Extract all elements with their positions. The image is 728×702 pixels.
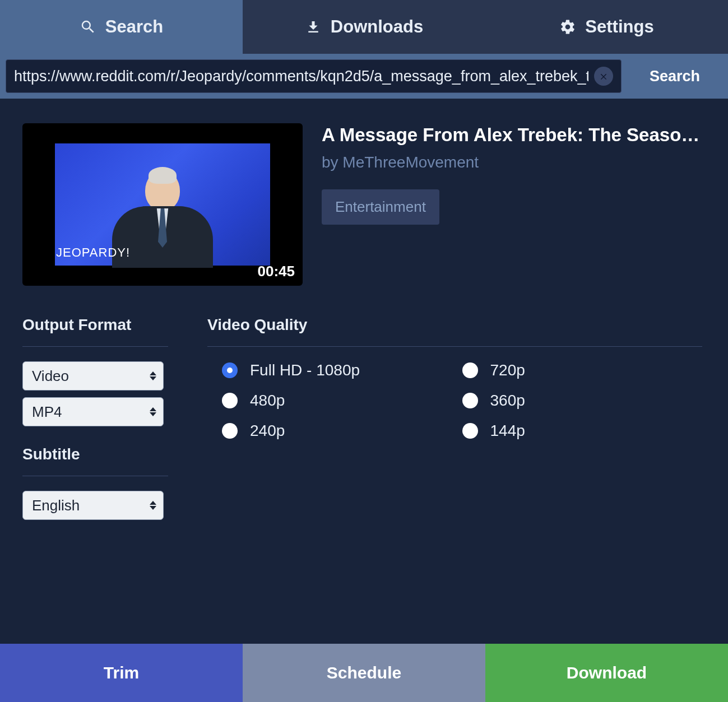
clear-url-button[interactable] xyxy=(594,67,613,86)
search-button[interactable]: Search xyxy=(622,59,728,93)
select-arrows-icon xyxy=(150,407,156,416)
quality-option-1080p[interactable]: Full HD - 1080p xyxy=(222,361,462,379)
top-tabs: Search Downloads Settings xyxy=(0,0,728,54)
select-arrows-icon xyxy=(150,501,156,510)
thumbnail-overlay-logo: JEOPARDY! xyxy=(56,245,130,260)
radio-dot-icon xyxy=(222,362,238,378)
download-button[interactable]: Download xyxy=(485,644,728,702)
video-header: JEOPARDY! 00:45 A Message From Alex Treb… xyxy=(22,123,702,286)
video-category-tag[interactable]: Entertainment xyxy=(322,189,439,225)
radio-dot-icon xyxy=(222,393,238,408)
quality-option-480p[interactable]: 480p xyxy=(222,392,462,410)
output-format-heading: Output Format xyxy=(22,316,168,347)
video-metadata: A Message From Alex Trebek: The Season o… xyxy=(322,123,702,286)
schedule-button[interactable]: Schedule xyxy=(243,644,485,702)
video-thumbnail[interactable]: JEOPARDY! 00:45 xyxy=(22,123,303,286)
gear-icon xyxy=(559,18,576,35)
subtitle-heading: Subtitle xyxy=(22,445,168,476)
output-type-value: Video xyxy=(32,368,69,385)
subtitle-select[interactable]: English xyxy=(22,491,164,520)
url-input[interactable] xyxy=(14,68,588,85)
tab-settings[interactable]: Settings xyxy=(485,0,728,54)
select-arrows-icon xyxy=(150,371,156,380)
tab-search-label: Search xyxy=(105,17,163,37)
output-format-column: Output Format Video MP4 Subtitle English xyxy=(22,316,168,527)
search-icon xyxy=(80,18,96,35)
url-input-container xyxy=(6,59,622,93)
trim-button[interactable]: Trim xyxy=(0,644,243,702)
tab-search[interactable]: Search xyxy=(0,0,243,54)
download-icon xyxy=(305,18,322,35)
subtitle-value: English xyxy=(32,497,80,514)
quality-option-360p[interactable]: 360p xyxy=(462,392,703,410)
output-type-select[interactable]: Video xyxy=(22,361,164,390)
url-bar: Search xyxy=(0,54,728,99)
bottom-action-bar: Trim Schedule Download xyxy=(0,644,728,702)
quality-label: 480p xyxy=(250,392,285,410)
tab-settings-label: Settings xyxy=(585,17,653,37)
video-duration: 00:45 xyxy=(258,263,295,280)
output-container-value: MP4 xyxy=(32,403,62,421)
tab-downloads-label: Downloads xyxy=(331,17,423,37)
radio-dot-icon xyxy=(222,423,238,439)
video-quality-heading: Video Quality xyxy=(207,316,702,347)
radio-dot-icon xyxy=(462,393,478,408)
quality-option-240p[interactable]: 240p xyxy=(222,422,462,440)
close-icon xyxy=(599,72,608,81)
output-container-select[interactable]: MP4 xyxy=(22,397,164,426)
quality-options: Full HD - 1080p 720p 480p 360p 240p xyxy=(207,361,702,440)
quality-option-720p[interactable]: 720p xyxy=(462,361,703,379)
quality-label: Full HD - 1080p xyxy=(250,361,360,379)
quality-option-144p[interactable]: 144p xyxy=(462,422,703,440)
quality-label: 720p xyxy=(490,361,525,379)
settings-panel: Output Format Video MP4 Subtitle English… xyxy=(22,316,702,527)
tab-downloads[interactable]: Downloads xyxy=(243,0,485,54)
radio-dot-icon xyxy=(462,362,478,378)
video-author: by MeThreeMovement xyxy=(322,154,702,171)
content-area: JEOPARDY! 00:45 A Message From Alex Treb… xyxy=(0,99,728,644)
quality-label: 144p xyxy=(490,422,525,440)
video-title: A Message From Alex Trebek: The Season o… xyxy=(322,124,702,146)
video-quality-column: Video Quality Full HD - 1080p 720p 480p … xyxy=(207,316,702,527)
quality-label: 240p xyxy=(250,422,285,440)
quality-label: 360p xyxy=(490,392,525,410)
radio-dot-icon xyxy=(462,423,478,439)
